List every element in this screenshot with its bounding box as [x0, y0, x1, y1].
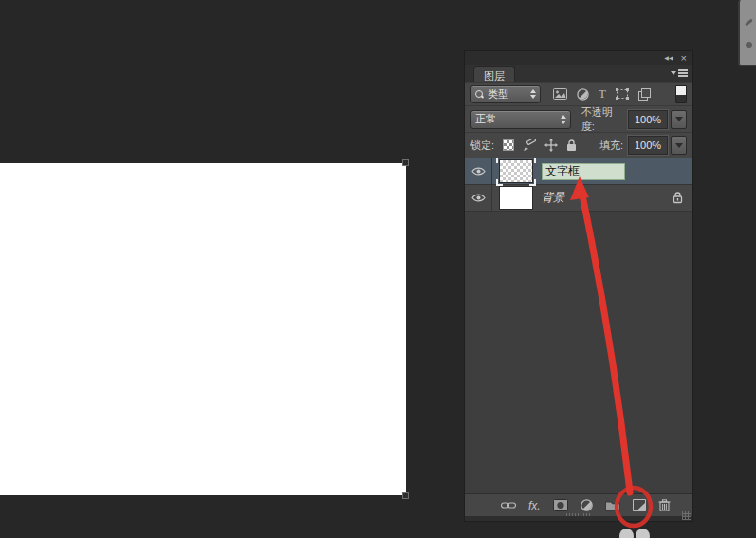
triangle-down-icon: [675, 117, 683, 121]
filter-kind-label: 类型: [488, 87, 508, 102]
link-layers-icon[interactable]: [501, 501, 516, 510]
bracket-icon: [529, 158, 536, 163]
layer-mask-icon[interactable]: [553, 499, 568, 511]
bracket-icon: [529, 179, 536, 186]
eye-icon: [471, 166, 486, 176]
layer-thumbnail-selected[interactable]: [499, 159, 533, 183]
menu-lines-icon: [678, 69, 688, 77]
filter-toggle-switch[interactable]: [675, 85, 687, 103]
layers-list-empty-area: [465, 212, 692, 493]
new-layer-icon[interactable]: [633, 499, 646, 511]
close-panel-icon[interactable]: ×: [681, 53, 687, 64]
blend-row: 正常 不透明度: 100%: [465, 106, 692, 133]
adjustment-layer-icon[interactable]: [581, 499, 593, 511]
lock-transparent-pixels-icon[interactable]: [503, 139, 514, 151]
canvas-corner-handle[interactable]: [402, 492, 409, 499]
spinner-arrows-icon: [561, 115, 566, 124]
fill-value-field[interactable]: 100%: [628, 136, 668, 155]
layers-bottom-toolbar: fx.: [465, 493, 692, 516]
search-icon: [475, 90, 484, 99]
type-layer-filter-icon[interactable]: T: [599, 86, 606, 102]
pixel-layer-filter-icon[interactable]: [553, 88, 567, 100]
visibility-toggle[interactable]: [465, 185, 492, 211]
tab-layers[interactable]: 图层: [473, 66, 515, 82]
spinner-arrows-icon: [530, 89, 536, 99]
new-group-icon[interactable]: [605, 500, 620, 511]
filter-row: 类型 T: [465, 83, 692, 106]
lock-label: 锁定:: [470, 139, 494, 153]
collapse-panel-icon[interactable]: ◀◀: [664, 55, 673, 61]
lock-image-pixels-icon[interactable]: [523, 139, 536, 152]
layer-style-icon[interactable]: fx.: [528, 499, 541, 512]
blend-mode-dropdown[interactable]: 正常: [470, 110, 571, 129]
lock-row: 锁定: 填充: 100%: [465, 133, 692, 158]
document-canvas[interactable]: [0, 163, 406, 495]
adjustment-layer-filter-icon[interactable]: [577, 88, 589, 101]
delete-layer-icon[interactable]: [658, 499, 671, 511]
opacity-dropdown-button[interactable]: [671, 110, 687, 129]
blend-mode-value: 正常: [475, 112, 496, 126]
layer-lock-icon: [673, 192, 683, 204]
panel-tabbar: 图层: [465, 65, 692, 83]
panel-titlebar: ◀◀ ×: [465, 51, 692, 65]
layer-name-field[interactable]: [542, 163, 625, 180]
layer-thumbnail[interactable]: [499, 186, 533, 210]
opacity-label: 不透明度:: [581, 105, 623, 134]
collapsed-tools-dock[interactable]: [738, 0, 756, 66]
lock-position-icon[interactable]: [544, 139, 558, 152]
smart-object-filter-icon[interactable]: [638, 88, 651, 101]
fill-label: 填充:: [599, 139, 623, 153]
visibility-toggle[interactable]: [465, 158, 492, 184]
layers-list: 背景: [465, 158, 692, 493]
filter-icons: T: [553, 86, 651, 102]
fill-dropdown-button[interactable]: [671, 136, 687, 155]
panel-resize-grip[interactable]: [682, 511, 691, 520]
triangle-down-icon: [671, 71, 676, 75]
triangle-down-icon: [675, 143, 683, 148]
opacity-value-field[interactable]: 100%: [628, 110, 668, 129]
bracket-icon: [496, 158, 503, 163]
shape-layer-filter-icon[interactable]: [616, 88, 629, 100]
bracket-icon: [496, 179, 503, 186]
lock-icons: [503, 139, 577, 152]
layer-name: 背景: [542, 190, 564, 206]
eye-icon: [471, 193, 486, 203]
tool-icon: [745, 18, 753, 26]
layer-row-text-box[interactable]: [465, 158, 692, 185]
layer-row-background[interactable]: 背景: [465, 185, 692, 212]
lock-all-icon[interactable]: [566, 139, 577, 152]
filter-kind-dropdown[interactable]: 类型: [470, 85, 541, 103]
panel-menu-icon[interactable]: [671, 69, 688, 77]
canvas-corner-handle[interactable]: [402, 159, 409, 166]
layers-panel: ◀◀ × 图层 类型 T: [464, 50, 693, 522]
panel-bottom-edge: [465, 516, 692, 521]
tool-icon: [746, 42, 752, 48]
